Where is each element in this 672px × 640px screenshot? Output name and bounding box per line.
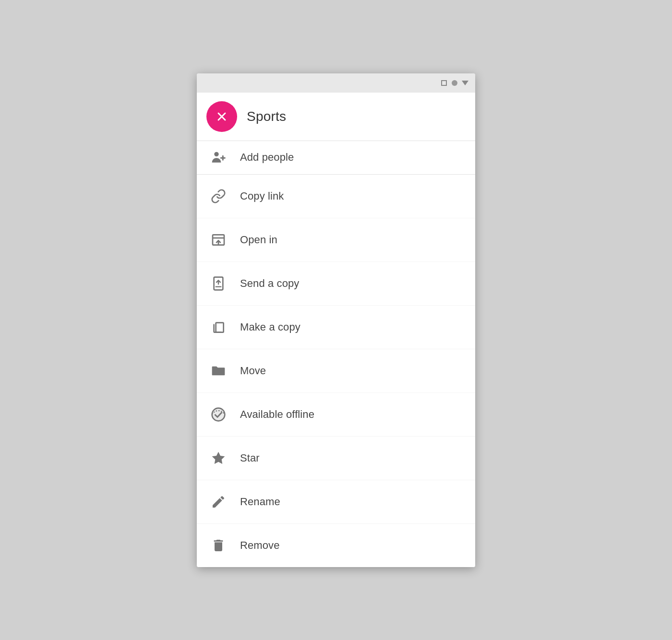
remove-label: Remove xyxy=(240,539,280,552)
window-arrow-button[interactable] xyxy=(462,80,468,86)
menu-title: Sports xyxy=(247,109,286,124)
remove-icon xyxy=(206,533,230,557)
menu-item-open-in[interactable]: Open in xyxy=(197,218,475,262)
menu-item-add-people[interactable]: Add people xyxy=(197,141,475,175)
svg-marker-12 xyxy=(212,451,225,463)
available-offline-label: Available offline xyxy=(240,408,314,421)
move-icon xyxy=(206,359,230,383)
open-in-label: Open in xyxy=(240,234,277,246)
star-icon xyxy=(206,446,230,470)
rename-label: Rename xyxy=(240,496,280,508)
svg-rect-9 xyxy=(216,322,224,332)
send-copy-label: Send a copy xyxy=(240,277,299,290)
menu-item-send-copy[interactable]: Send a copy xyxy=(197,262,475,306)
svg-point-11 xyxy=(212,408,225,421)
move-label: Move xyxy=(240,365,266,377)
close-button[interactable] xyxy=(206,101,237,132)
menu-header: Sports xyxy=(197,93,475,141)
available-offline-icon xyxy=(206,403,230,427)
menu-item-move[interactable]: Move xyxy=(197,349,475,393)
send-copy-icon xyxy=(206,272,230,296)
title-bar xyxy=(197,73,475,93)
menu-item-star[interactable]: Star xyxy=(197,437,475,480)
menu-item-rename[interactable]: Rename xyxy=(197,480,475,524)
menu-item-copy-link[interactable]: Copy link xyxy=(197,175,475,218)
menu-item-make-copy[interactable]: Make a copy xyxy=(197,306,475,349)
copy-link-icon xyxy=(206,184,230,208)
rename-icon xyxy=(206,490,230,514)
star-label: Star xyxy=(240,452,260,464)
open-in-icon xyxy=(206,228,230,252)
make-copy-icon xyxy=(206,315,230,339)
window-square-button[interactable] xyxy=(441,80,447,86)
copy-link-label: Copy link xyxy=(240,190,284,202)
menu-item-available-offline[interactable]: Available offline xyxy=(197,393,475,437)
svg-point-2 xyxy=(214,152,218,156)
menu-item-remove[interactable]: Remove xyxy=(197,524,475,567)
app-window: Sports Add people Copy lin xyxy=(197,73,475,567)
window-circle-button[interactable] xyxy=(451,80,458,86)
add-people-label: Add people xyxy=(240,151,294,164)
add-people-icon xyxy=(206,145,230,169)
menu-container: Sports Add people Copy lin xyxy=(197,93,475,567)
make-copy-label: Make a copy xyxy=(240,321,300,333)
